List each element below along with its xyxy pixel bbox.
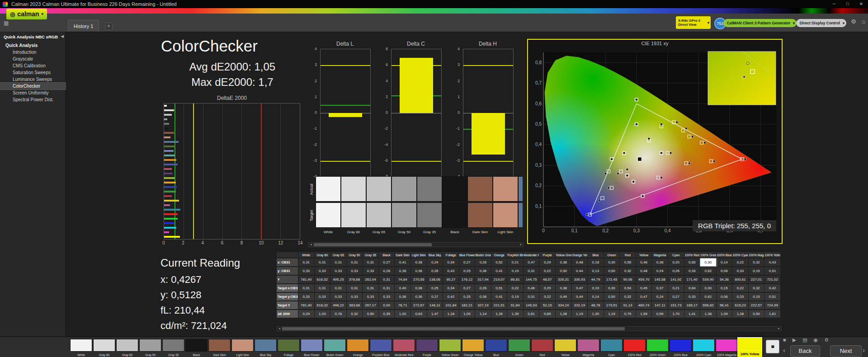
table-cell[interactable]: 56,41: [717, 301, 733, 309]
table-cell[interactable]: 0,62: [700, 267, 717, 275]
table-cell[interactable]: 0,33: [363, 293, 379, 301]
patch-tile-blue-sky[interactable]: Blue Sky: [255, 339, 277, 357]
table-cell[interactable]: 498,22: [330, 301, 347, 309]
table-cell[interactable]: 0,31: [330, 284, 347, 292]
table-cell[interactable]: 0,25: [459, 267, 476, 275]
table-cell[interactable]: 227,01: [749, 276, 765, 283]
patch-tile-100-red[interactable]: 100% Red: [623, 339, 646, 357]
table-cell[interactable]: 0,31: [363, 284, 379, 292]
patch-tile-100-blue[interactable]: 100% Blue: [670, 339, 692, 357]
table-cell[interactable]: 0,51: [491, 284, 508, 292]
table-cell[interactable]: 460,74: [636, 301, 652, 309]
sidebar-item-introduction[interactable]: Introduction: [0, 49, 66, 56]
patch-tile-cyan[interactable]: Cyan: [600, 339, 623, 357]
table-cell[interactable]: 0,38: [411, 284, 427, 292]
table-cell[interactable]: 0,38: [556, 284, 572, 292]
table-cell[interactable]: 172,45: [604, 276, 620, 283]
table-cell[interactable]: 0,48: [636, 267, 652, 275]
table-cell[interactable]: 74,64: [395, 276, 411, 283]
table-cell[interactable]: 145,93: [524, 301, 540, 309]
table-cell[interactable]: 0,52: [491, 258, 508, 266]
table-cell[interactable]: 0,41: [395, 258, 411, 266]
table-cell[interactable]: 0,64: [684, 284, 701, 292]
patch-tile-red[interactable]: Red: [531, 339, 553, 357]
table-cell[interactable]: 221,51: [491, 301, 508, 309]
patch-tile-magenta[interactable]: Magenta: [577, 339, 599, 357]
sidebar-item-spectral-power-dist-[interactable]: Spectral Power Dist.: [0, 96, 66, 103]
table-cell[interactable]: 0,27: [459, 284, 476, 292]
table-cell[interactable]: 0,30: [700, 258, 717, 266]
display-control-button[interactable]: Direct Display Control ▾: [796, 19, 846, 27]
table-cell[interactable]: 0,00: [379, 301, 395, 309]
table-cell[interactable]: 0,32: [749, 284, 765, 292]
sidebar-item-cms-calibration[interactable]: CMS Calibration: [0, 62, 66, 69]
scroll-left-icon[interactable]: ◂: [277, 327, 282, 330]
table-cell[interactable]: 1,28: [732, 310, 749, 318]
table-cell[interactable]: 0,32: [620, 293, 636, 301]
table-cell[interactable]: 1,19: [604, 310, 620, 318]
table-cell[interactable]: 0,33: [315, 293, 331, 301]
table-cell[interactable]: 0,50: [604, 267, 620, 275]
add-tab-button[interactable]: +: [105, 23, 113, 30]
table-cell[interactable]: 147,11: [652, 301, 668, 309]
table-cell[interactable]: 0,31: [379, 284, 395, 292]
table-cell[interactable]: 1,03: [315, 310, 331, 318]
scroll-right-icon[interactable]: ▸: [777, 327, 781, 330]
table-cell[interactable]: 0,14: [588, 293, 604, 301]
table-cell[interactable]: 0,27: [427, 293, 443, 301]
table-cell[interactable]: 0,81: [524, 310, 540, 318]
table-cell[interactable]: 0,15: [717, 284, 733, 292]
table-cell[interactable]: 86,81: [507, 276, 524, 283]
table-cell[interactable]: 0,89: [539, 310, 556, 318]
table-cell[interactable]: 0,25: [427, 284, 443, 292]
table-cell[interactable]: 0,78: [330, 310, 347, 318]
table-cell[interactable]: 0,25: [459, 293, 476, 301]
table-cell[interactable]: 0,22: [732, 258, 749, 266]
table-cell[interactable]: 0,41: [491, 267, 508, 275]
patch-tile-blue-flower[interactable]: Blue Flower: [301, 339, 323, 357]
table-cell[interactable]: 0,33: [330, 267, 347, 275]
patch-tile-green[interactable]: Green: [508, 339, 530, 357]
patch-tile-100-magenta[interactable]: 100% Magenta: [716, 339, 738, 357]
table-cell[interactable]: 0,20: [668, 258, 684, 266]
table-cell[interactable]: 219,07: [491, 276, 508, 283]
table-cell[interactable]: 141,92: [668, 276, 684, 283]
table-cell[interactable]: 0,29: [298, 310, 315, 318]
table-cell[interactable]: 0,29: [539, 284, 556, 292]
table-cell[interactable]: 0,51: [764, 267, 781, 275]
table-cell[interactable]: 182,21: [459, 301, 476, 309]
table-cell[interactable]: 0,31: [315, 284, 331, 292]
meter-device-button[interactable]: X-Rite i1Pro 3 Direct View ▾: [676, 16, 711, 29]
table-cell[interactable]: 1,47: [427, 310, 443, 318]
table-cell[interactable]: 0,50: [604, 293, 620, 301]
table-cell[interactable]: 781,40: [298, 301, 315, 309]
table-cell[interactable]: 0,30: [604, 284, 620, 292]
table-cell[interactable]: 0,48: [572, 258, 588, 266]
table-cell[interactable]: 0,36: [395, 293, 411, 301]
table-cell[interactable]: 332,19: [572, 301, 588, 309]
patch-tile-gray-50[interactable]: Gray 50: [139, 339, 161, 357]
table-cell[interactable]: 0,43: [443, 267, 459, 275]
back-button[interactable]: Back: [790, 345, 820, 357]
table-cell[interactable]: 0,22: [539, 267, 556, 275]
chevron-left-icon[interactable]: ‹: [783, 346, 785, 354]
table-scrollbar[interactable]: ◂▸: [277, 326, 782, 331]
table-cell[interactable]: 0,42: [764, 284, 781, 292]
table-cell[interactable]: 0,46: [524, 284, 540, 292]
table-cell[interactable]: 1,00: [459, 310, 476, 318]
table-cell[interactable]: 48,78: [588, 301, 604, 309]
table-cell[interactable]: 0,30: [700, 284, 717, 292]
table-cell[interactable]: 91,84: [507, 301, 524, 309]
table-cell[interactable]: 495,25: [330, 276, 347, 283]
patch-tile-gray-35[interactable]: Gray 35: [162, 339, 184, 357]
scroll-left-icon[interactable]: ◂: [309, 243, 313, 246]
table-cell[interactable]: 1,38: [700, 310, 717, 318]
table-cell[interactable]: 138,06: [427, 276, 443, 283]
table-cell[interactable]: 539,90: [700, 276, 717, 283]
table-cell[interactable]: 0,06: [717, 267, 733, 275]
table-cell[interactable]: 0,32: [347, 310, 363, 318]
table-cell[interactable]: 0,59: [652, 310, 668, 318]
workspace-icon[interactable]: ▦: [4, 20, 9, 26]
table-cell[interactable]: 0,22: [732, 284, 749, 292]
table-cell[interactable]: 0,22: [539, 293, 556, 301]
